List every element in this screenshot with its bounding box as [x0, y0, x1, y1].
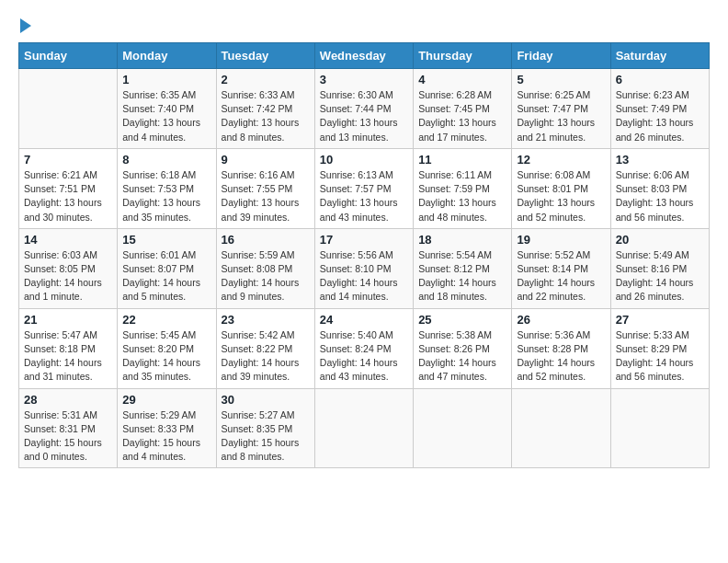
day-detail: Sunrise: 5:49 AMSunset: 8:16 PMDaylight:…	[616, 248, 704, 304]
calendar-cell: 16Sunrise: 5:59 AMSunset: 8:08 PMDayligh…	[216, 228, 314, 308]
calendar-cell: 11Sunrise: 6:11 AMSunset: 7:59 PMDayligh…	[414, 148, 512, 228]
day-detail: Sunrise: 6:11 AMSunset: 7:59 PMDaylight:…	[418, 168, 506, 224]
day-detail: Sunrise: 6:08 AMSunset: 8:01 PMDaylight:…	[517, 168, 605, 224]
day-detail: Sunrise: 6:35 AMSunset: 7:40 PMDaylight:…	[122, 88, 210, 144]
calendar-cell: 5Sunrise: 6:25 AMSunset: 7:47 PMDaylight…	[512, 69, 610, 149]
day-number: 30	[222, 393, 310, 407]
day-detail: Sunrise: 5:47 AMSunset: 8:18 PMDaylight:…	[24, 328, 112, 385]
day-number: 27	[616, 313, 704, 327]
week-row-5: 28Sunrise: 5:31 AMSunset: 8:31 PMDayligh…	[19, 388, 710, 468]
logo	[18, 18, 31, 33]
calendar-cell: 10Sunrise: 6:13 AMSunset: 7:57 PMDayligh…	[314, 148, 413, 228]
day-detail: Sunrise: 5:54 AMSunset: 8:12 PMDaylight:…	[418, 248, 506, 304]
calendar-cell: 24Sunrise: 5:40 AMSunset: 8:24 PMDayligh…	[314, 308, 413, 388]
day-number: 23	[222, 313, 310, 327]
day-number: 14	[24, 233, 112, 247]
col-header-friday: Friday	[512, 43, 610, 69]
calendar-cell: 25Sunrise: 5:38 AMSunset: 8:26 PMDayligh…	[414, 308, 512, 388]
day-detail: Sunrise: 5:29 AMSunset: 8:33 PMDaylight:…	[122, 408, 210, 465]
day-number: 22	[122, 313, 210, 327]
calendar-cell: 29Sunrise: 5:29 AMSunset: 8:33 PMDayligh…	[118, 388, 216, 468]
day-number: 4	[418, 73, 506, 86]
calendar-cell: 15Sunrise: 6:01 AMSunset: 8:07 PMDayligh…	[118, 228, 216, 308]
calendar-cell: 17Sunrise: 5:56 AMSunset: 8:10 PMDayligh…	[314, 228, 413, 308]
day-number: 5	[517, 73, 605, 86]
day-detail: Sunrise: 6:01 AMSunset: 8:07 PMDaylight:…	[122, 248, 210, 304]
day-number: 17	[320, 233, 408, 247]
week-row-4: 21Sunrise: 5:47 AMSunset: 8:18 PMDayligh…	[19, 308, 710, 388]
week-row-1: 1Sunrise: 6:35 AMSunset: 7:40 PMDaylight…	[19, 69, 710, 149]
col-header-saturday: Saturday	[610, 43, 709, 69]
day-number: 24	[320, 313, 408, 327]
calendar-cell: 13Sunrise: 6:06 AMSunset: 8:03 PMDayligh…	[610, 148, 709, 228]
calendar-cell: 14Sunrise: 6:03 AMSunset: 8:05 PMDayligh…	[19, 228, 118, 308]
day-number: 10	[320, 153, 408, 167]
calendar-cell: 4Sunrise: 6:28 AMSunset: 7:45 PMDaylight…	[414, 69, 512, 149]
day-detail: Sunrise: 6:28 AMSunset: 7:45 PMDaylight:…	[418, 88, 506, 144]
day-number: 21	[24, 313, 112, 327]
day-detail: Sunrise: 5:45 AMSunset: 8:20 PMDaylight:…	[122, 328, 210, 385]
day-detail: Sunrise: 5:42 AMSunset: 8:22 PMDaylight:…	[222, 328, 310, 385]
day-detail: Sunrise: 5:36 AMSunset: 8:28 PMDaylight:…	[517, 328, 605, 385]
day-detail: Sunrise: 6:13 AMSunset: 7:57 PMDaylight:…	[320, 168, 408, 224]
day-detail: Sunrise: 6:06 AMSunset: 8:03 PMDaylight:…	[616, 168, 704, 224]
calendar-cell: 20Sunrise: 5:49 AMSunset: 8:16 PMDayligh…	[610, 228, 709, 308]
calendar-cell: 2Sunrise: 6:33 AMSunset: 7:42 PMDaylight…	[216, 69, 314, 149]
col-header-monday: Monday	[118, 43, 216, 69]
day-number: 9	[222, 153, 310, 167]
calendar-cell: 12Sunrise: 6:08 AMSunset: 8:01 PMDayligh…	[512, 148, 610, 228]
day-detail: Sunrise: 5:38 AMSunset: 8:26 PMDaylight:…	[418, 328, 506, 385]
calendar-cell: 26Sunrise: 5:36 AMSunset: 8:28 PMDayligh…	[512, 308, 610, 388]
day-number: 29	[122, 393, 210, 407]
calendar-cell: 22Sunrise: 5:45 AMSunset: 8:20 PMDayligh…	[118, 308, 216, 388]
week-row-2: 7Sunrise: 6:21 AMSunset: 7:51 PMDaylight…	[19, 148, 710, 228]
calendar-cell: 3Sunrise: 6:30 AMSunset: 7:44 PMDaylight…	[314, 69, 413, 149]
calendar-cell	[314, 388, 413, 468]
calendar-cell: 19Sunrise: 5:52 AMSunset: 8:14 PMDayligh…	[512, 228, 610, 308]
day-number: 7	[24, 153, 112, 167]
day-detail: Sunrise: 5:59 AMSunset: 8:08 PMDaylight:…	[222, 248, 310, 304]
day-number: 25	[418, 313, 506, 327]
calendar-cell: 28Sunrise: 5:31 AMSunset: 8:31 PMDayligh…	[19, 388, 118, 468]
calendar-cell: 9Sunrise: 6:16 AMSunset: 7:55 PMDaylight…	[216, 148, 314, 228]
calendar-cell: 30Sunrise: 5:27 AMSunset: 8:35 PMDayligh…	[216, 388, 314, 468]
calendar-cell	[610, 388, 709, 468]
day-detail: Sunrise: 5:56 AMSunset: 8:10 PMDaylight:…	[320, 248, 408, 304]
calendar-cell: 18Sunrise: 5:54 AMSunset: 8:12 PMDayligh…	[414, 228, 512, 308]
calendar-table: SundayMondayTuesdayWednesdayThursdayFrid…	[18, 42, 710, 468]
col-header-tuesday: Tuesday	[216, 43, 314, 69]
day-detail: Sunrise: 5:27 AMSunset: 8:35 PMDaylight:…	[222, 408, 310, 465]
logo-triangle-icon	[20, 18, 31, 33]
day-detail: Sunrise: 6:16 AMSunset: 7:55 PMDaylight:…	[222, 168, 310, 224]
day-number: 13	[616, 153, 704, 167]
calendar-cell	[414, 388, 512, 468]
day-number: 1	[122, 73, 210, 86]
day-detail: Sunrise: 6:30 AMSunset: 7:44 PMDaylight:…	[320, 88, 408, 144]
day-detail: Sunrise: 6:33 AMSunset: 7:42 PMDaylight:…	[222, 88, 310, 144]
col-header-wednesday: Wednesday	[314, 43, 413, 69]
day-number: 26	[517, 313, 605, 327]
day-number: 2	[222, 73, 310, 86]
calendar-cell: 27Sunrise: 5:33 AMSunset: 8:29 PMDayligh…	[610, 308, 709, 388]
day-detail: Sunrise: 6:25 AMSunset: 7:47 PMDaylight:…	[517, 88, 605, 144]
day-detail: Sunrise: 6:21 AMSunset: 7:51 PMDaylight:…	[24, 168, 112, 224]
calendar-cell: 8Sunrise: 6:18 AMSunset: 7:53 PMDaylight…	[118, 148, 216, 228]
week-row-3: 14Sunrise: 6:03 AMSunset: 8:05 PMDayligh…	[19, 228, 710, 308]
day-number: 18	[418, 233, 506, 247]
day-detail: Sunrise: 6:03 AMSunset: 8:05 PMDaylight:…	[24, 248, 112, 304]
col-header-thursday: Thursday	[414, 43, 512, 69]
calendar-cell: 7Sunrise: 6:21 AMSunset: 7:51 PMDaylight…	[19, 148, 118, 228]
calendar-cell: 1Sunrise: 6:35 AMSunset: 7:40 PMDaylight…	[118, 69, 216, 149]
calendar-cell: 6Sunrise: 6:23 AMSunset: 7:49 PMDaylight…	[610, 69, 709, 149]
day-number: 28	[24, 393, 112, 407]
day-detail: Sunrise: 6:23 AMSunset: 7:49 PMDaylight:…	[616, 88, 704, 144]
day-number: 8	[122, 153, 210, 167]
col-header-sunday: Sunday	[19, 43, 118, 69]
header	[18, 18, 710, 33]
calendar-cell	[512, 388, 610, 468]
day-number: 11	[418, 153, 506, 167]
day-detail: Sunrise: 6:18 AMSunset: 7:53 PMDaylight:…	[122, 168, 210, 224]
day-number: 20	[616, 233, 704, 247]
day-detail: Sunrise: 5:31 AMSunset: 8:31 PMDaylight:…	[24, 408, 112, 465]
day-detail: Sunrise: 5:40 AMSunset: 8:24 PMDaylight:…	[320, 328, 408, 385]
